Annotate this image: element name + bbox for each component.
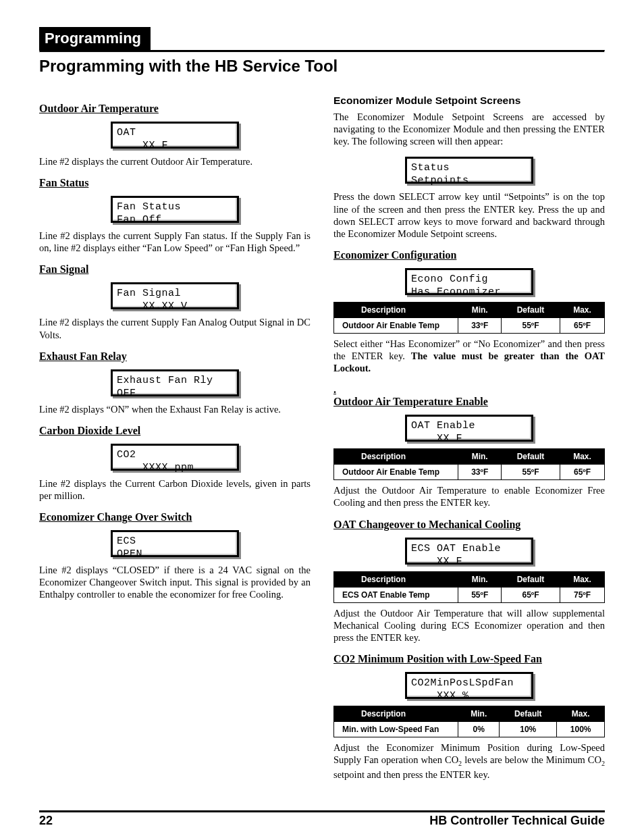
th-def: Default [501, 571, 560, 587]
td-min: 0% [458, 721, 500, 737]
lcd-screen: ECS OPEN [111, 530, 239, 557]
th-def: Default [501, 449, 560, 465]
th-max: Max. [557, 706, 605, 721]
td-desc: Outdoor Air Enable Temp [334, 317, 458, 333]
header-rule [39, 50, 605, 53]
section-header: Programming Programming with the HB Serv… [39, 27, 605, 76]
td-def: 10% [500, 721, 557, 737]
lcd-screen: CO2 XXXX ppm [111, 444, 239, 471]
td-desc: ECS OAT Enable Temp [334, 587, 458, 602]
th-max: Max. [560, 302, 605, 317]
lcd-exhaust: Exhaust Fan Rly OFF [39, 369, 311, 396]
heading-econ-config: Economizer Configuration [333, 249, 605, 261]
heading-oat-changeover: OAT Changeover to Mechanical Cooling [333, 519, 605, 531]
heading-oat-enable: .Outdoor Air Temperature Enable [333, 384, 605, 408]
table-header-row: Description Min. Default Max. [334, 449, 605, 465]
table-row: Outdoor Air Enable Temp 33ºF 55ºF 65ºF [334, 465, 605, 480]
section-title: Programming with the HB Service Tool [39, 57, 605, 76]
lcd-screen: OAT XX F [111, 122, 239, 149]
th-max: Max. [560, 449, 605, 465]
page-footer: 22 HB Controller Technical Guide [39, 810, 605, 828]
body-co2: Line #2 displays the Current Carbon Diox… [39, 477, 311, 502]
lcd-econ-config: Econo Config Has Economizer [333, 268, 605, 295]
lcd-screen: Econo Config Has Economizer [405, 268, 533, 295]
table-header-row: Description Min. Default Max. [334, 302, 605, 317]
lcd-screen: ECS OAT Enable XX F [405, 538, 533, 565]
td-max: 65ºF [560, 317, 605, 333]
section-tab: Programming [39, 27, 151, 50]
body-exhaust: Line #2 displays “ON” when the Exhaust F… [39, 403, 311, 415]
right-column: Economizer Module Setpoint Screens The E… [333, 95, 605, 790]
page: Programming Programming with the HB Serv… [0, 0, 644, 834]
td-def: 65ºF [501, 587, 560, 602]
td-max: 100% [557, 721, 605, 737]
th-def: Default [500, 706, 557, 721]
table-row: ECS OAT Enable Temp 55ºF 65ºF 75ºF [334, 587, 605, 602]
table-econ-config: Description Min. Default Max. Outdoor Ai… [333, 302, 605, 334]
table-header-row: Description Min. Default Max. [334, 706, 605, 721]
th-min: Min. [458, 571, 502, 587]
td-desc: Min. with Low-Speed Fan [334, 721, 458, 737]
body-ecs: Line #2 displays “CLOSED” if there is a … [39, 564, 311, 600]
lcd-status-setpoints: Status Setpoints [333, 157, 605, 184]
heading-text: Outdoor Air Temperature Enable [333, 396, 488, 407]
page-number: 22 [39, 814, 53, 828]
heading-econ-setpoints: Economizer Module Setpoint Screens [333, 95, 605, 107]
lcd-screen: OAT Enable XX F [405, 415, 533, 442]
lcd-oat-enable: OAT Enable XX F [333, 415, 605, 442]
td-def: 55ºF [501, 317, 560, 333]
heading-ecs: Economizer Change Over Switch [39, 511, 311, 523]
lcd-screen: Exhaust Fan Rly OFF [111, 369, 239, 396]
lcd-fan-status: Fan Status Fan Off [39, 196, 311, 223]
table-oat-enable: Description Min. Default Max. Outdoor Ai… [333, 448, 605, 480]
table-row: Outdoor Air Enable Temp 33ºF 55ºF 65ºF [334, 317, 605, 333]
td-max: 65ºF [560, 465, 605, 480]
th-desc: Description [334, 302, 458, 317]
th-desc: Description [334, 449, 458, 465]
heading-co2: Carbon Dioxide Level [39, 425, 311, 437]
body-econ-config: Select either “Has Economizer” or “No Ec… [333, 338, 605, 374]
th-desc: Description [334, 571, 458, 587]
lcd-ecs-oat: ECS OAT Enable XX F [333, 538, 605, 565]
td-min: 55ºF [458, 587, 502, 602]
td-desc: Outdoor Air Enable Temp [334, 465, 458, 480]
heading-fan-status: Fan Status [39, 177, 311, 189]
lcd-ecs: ECS OPEN [39, 530, 311, 557]
footer-title: HB Controller Technical Guide [429, 814, 605, 828]
lcd-screen: Fan Status Fan Off [111, 196, 239, 223]
heading-co2-minpos: CO2 Minimum Position with Low-Speed Fan [333, 653, 605, 665]
th-min: Min. [458, 706, 500, 721]
lcd-fan-signal: Fan Signal XX.XX V [39, 282, 311, 309]
th-min: Min. [458, 449, 502, 465]
text: levels are below the Minimum CO [462, 754, 601, 765]
table-co2-minpos: Description Min. Default Max. Min. with … [333, 706, 605, 737]
heading-oat: Outdoor Air Temperature [39, 103, 311, 115]
th-min: Min. [458, 302, 502, 317]
body-fan-signal: Line #2 displays the current Supply Fan … [39, 316, 311, 340]
body-co2-minpos: Adjust the Economizer Minimum Position d… [333, 741, 605, 781]
table-row: Min. with Low-Speed Fan 0% 10% 100% [334, 721, 605, 737]
body-econ-intro2: Press the down SELECT arrow key until “S… [333, 190, 605, 240]
text: setpoint and then press the ENTER key. [333, 769, 489, 780]
td-def: 55ºF [501, 465, 560, 480]
th-max: Max. [560, 571, 605, 587]
lcd-oat: OAT XX F [39, 122, 311, 149]
td-max: 75ºF [560, 587, 605, 602]
td-min: 33ºF [458, 465, 502, 480]
heading-exhaust: Exhaust Fan Relay [39, 350, 311, 363]
left-column: Outdoor Air Temperature OAT XX F Line #2… [39, 95, 311, 790]
body-fan-status: Line #2 displays the current Supply Fan … [39, 230, 311, 254]
table-ecs-oat: Description Min. Default Max. ECS OAT En… [333, 571, 605, 603]
subscript: 2 [601, 760, 605, 767]
body-ecs-oat: Adjust the Outdoor Air Temperature that … [333, 607, 605, 644]
td-min: 33ºF [458, 317, 502, 333]
lcd-screen: Fan Signal XX.XX V [111, 282, 239, 309]
two-column-layout: Outdoor Air Temperature OAT XX F Line #2… [39, 95, 605, 790]
body-oat: Line #2 displays the current Outdoor Air… [39, 155, 311, 167]
th-def: Default [501, 302, 560, 317]
table-header-row: Description Min. Default Max. [334, 571, 605, 587]
lcd-screen: Status Setpoints [405, 157, 533, 184]
lcd-co2-minpos: CO2MinPosLSpdFan XXX % [333, 672, 605, 699]
heading-fan-signal: Fan Signal [39, 263, 311, 276]
lcd-screen: CO2MinPosLSpdFan XXX % [405, 672, 533, 699]
